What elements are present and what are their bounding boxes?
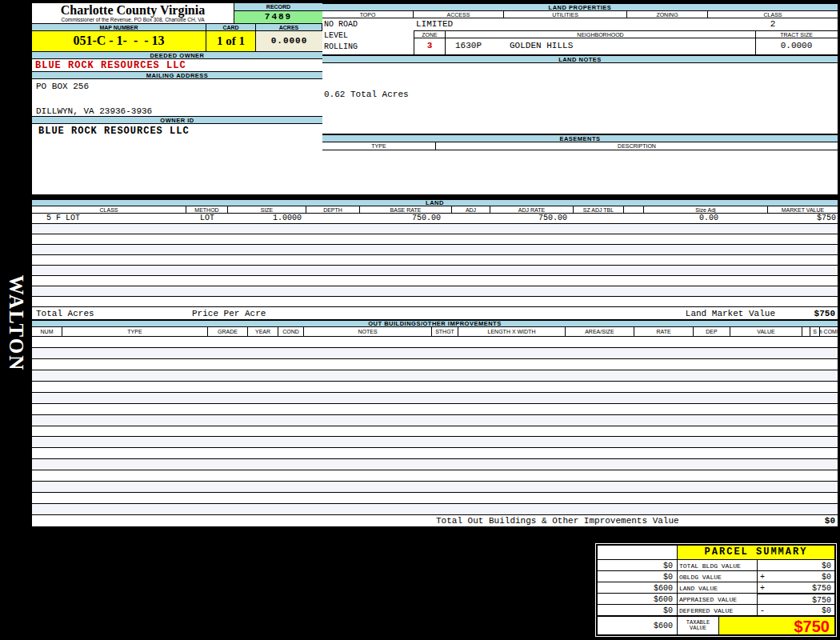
land-market-value: $750 <box>768 214 838 223</box>
row-value: $750 <box>812 584 831 593</box>
owner-id-value: BLUE ROCK RESOURCES LLC <box>32 124 322 138</box>
zone-label: ZONE <box>414 31 446 38</box>
out-buildings-total-value: $0 <box>825 516 835 526</box>
title-block: Charlotte County Virginia Commissioner o… <box>32 3 234 23</box>
empty-table-row <box>32 337 838 348</box>
land-column-header: CLASS <box>32 206 186 213</box>
row-op-value: $0 <box>758 560 834 570</box>
land-class: 5 F LOT <box>32 214 186 223</box>
topo-value: ROLLING <box>324 42 414 53</box>
empty-table-row <box>32 297 838 307</box>
empty-table-row <box>32 234 838 245</box>
empty-table-row <box>32 459 838 470</box>
mailing-address-line2: DILLWYN, VA 23936-3936 <box>36 106 322 116</box>
neighborhood-name: GOLDEN HILLS <box>482 38 573 54</box>
land-header-row: CLASS METHOD SIZE DEPTH BASE RATE ADJ AD… <box>32 206 838 214</box>
record-label: RECORD <box>234 3 322 11</box>
column-header-class: CLASS <box>708 11 838 18</box>
access-class-row: LIMITED 2 <box>414 18 838 30</box>
land-market-value-total: $750 <box>775 309 838 318</box>
empty-table-row <box>32 255 838 266</box>
empty-table-row <box>32 448 838 459</box>
row-operator: + <box>760 584 765 593</box>
parcel-summary-row: $0 DEFERRED VALUE - $0 <box>598 604 834 615</box>
empty-table-row <box>32 359 838 370</box>
row-operator: + <box>760 573 765 582</box>
row-label: OBLDG VALUE <box>678 571 758 582</box>
ob-column-header: NUM <box>32 327 62 336</box>
taxable-value-row: $600 TAXABLE VALUE $750 <box>598 615 834 634</box>
column-header-zoning: ZONING <box>627 11 708 18</box>
total-acres-label: Total Acres <box>32 309 192 318</box>
deeded-owner-value: BLUE ROCK RESOURCES LLC <box>32 59 322 71</box>
owner-id-section-bar: OWNER ID <box>32 116 322 124</box>
zone-neighborhood-value-row: 3 1630P GOLDEN HILLS 0.0000 <box>414 38 838 54</box>
land-adj-rate: 750.00 <box>490 214 574 223</box>
row-value: $0 <box>822 573 831 582</box>
empty-table-row <box>32 504 838 515</box>
parcel-summary-table: PARCEL SUMMARY $0 TOTAL BLDG VALUE $0 $0… <box>596 544 836 636</box>
empty-table-row <box>32 370 838 382</box>
easements-header-row: TYPE DESCRIPTION <box>322 142 838 150</box>
land-base-rate: 750.00 <box>360 214 452 223</box>
row-op-value: $750 <box>758 593 834 604</box>
ob-column-header: DEP <box>694 327 730 336</box>
land-adj <box>452 214 490 223</box>
row-label: APPRAISED VALUE <box>678 594 758 604</box>
neighborhood-label: NEIGHBORHOOD <box>446 31 756 38</box>
row-op-value: - $0 <box>758 605 834 615</box>
land-column-header: BASE RATE <box>360 206 452 213</box>
row-label: LAND VALUE <box>678 582 758 593</box>
land-section-bar: LAND <box>32 199 838 206</box>
row-operator: - <box>760 606 765 615</box>
empty-table-row <box>32 482 838 493</box>
acres-label: ACRES <box>256 24 322 30</box>
record-block: RECORD 7489 <box>234 3 322 23</box>
empty-table-row <box>32 437 838 448</box>
empty-table-row <box>32 382 838 393</box>
empty-table-row <box>32 224 838 234</box>
land-column-header: DEPTH <box>306 206 360 213</box>
column-header-topo: TOPO <box>322 11 414 18</box>
empty-table-row <box>32 404 838 415</box>
land-column-header: ADJ RATE <box>490 206 574 213</box>
parcel-summary-row: $0 OBLDG VALUE + $0 <box>598 570 834 582</box>
land-empty-rows <box>32 224 838 307</box>
title-row: Charlotte County Virginia Commissioner o… <box>32 3 322 23</box>
ob-column-header: RATE <box>634 327 694 336</box>
empty-table-row <box>32 393 838 404</box>
out-buildings-total-label: Total Out Buildings & Other Improvements… <box>436 516 679 526</box>
land-market-value-label: Land Market Value <box>686 309 775 318</box>
land-depth <box>306 214 360 223</box>
ob-column-header: YEAR <box>248 327 278 336</box>
empty-table-row <box>32 286 838 297</box>
row-value: $0 <box>822 606 831 615</box>
topo-value: NO ROAD <box>324 19 414 30</box>
mailing-address-block: PO BOX 256 DILLWYN, VA 23936-3936 <box>32 79 322 116</box>
land-column-header: SIZE <box>228 206 306 213</box>
empty-table-row <box>32 348 838 359</box>
row-value: $750 <box>812 596 831 604</box>
zone-neighborhood-header-row: ZONE NEIGHBORHOOD TRACT SIZE <box>414 30 838 38</box>
row-op-value: + $750 <box>758 582 834 593</box>
out-buildings-header-row: NUM TYPE GRADE YEAR COND NOTES STHGT LEN… <box>32 327 838 337</box>
land-column-header: SZ ADJ TBL <box>574 206 624 213</box>
land-spacer <box>624 214 644 223</box>
card-label: CARD <box>206 24 256 30</box>
column-header-description: DESCRIPTION <box>436 142 838 150</box>
mailing-address-section-bar: MAILING ADDRESS <box>32 71 322 79</box>
land-size-adj: 0.00 <box>644 214 768 223</box>
access-value: LIMITED <box>414 18 708 30</box>
column-header-access: ACCESS <box>414 11 504 18</box>
neighborhood-code: 1630P <box>446 38 482 54</box>
ob-column-spacer <box>802 327 810 336</box>
prior-value: $600 <box>598 582 678 593</box>
tract-size-label: TRACT SIZE <box>756 31 837 38</box>
land-size: 1.0000 <box>228 214 306 223</box>
vertical-county-label: WALTON <box>5 275 27 371</box>
land-column-header <box>624 206 644 213</box>
taxable-label-line2: VALUE <box>678 626 718 631</box>
land-table-row: 5 F LOT LOT 1.0000 750.00 750.00 0.00 $7… <box>32 214 838 224</box>
ob-column-header: AREA/SIZE <box>566 327 634 336</box>
ob-column-header: GRADE <box>208 327 248 336</box>
